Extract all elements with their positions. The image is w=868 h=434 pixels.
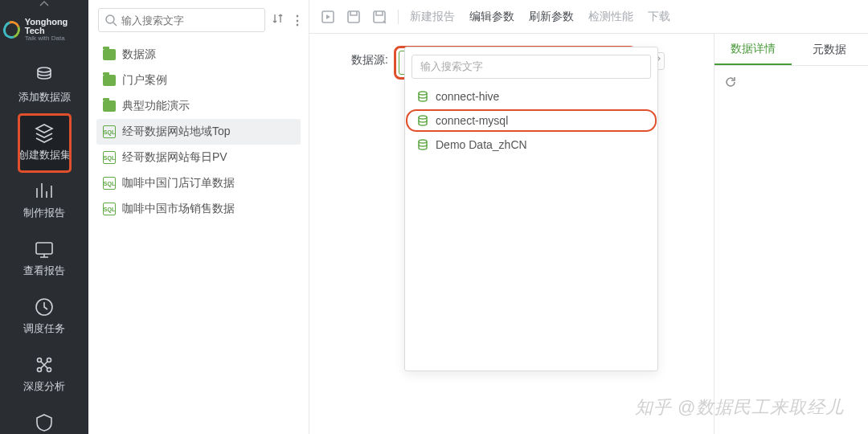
sql-icon: SQL <box>103 203 116 215</box>
sql-icon: SQL <box>103 177 116 190</box>
ds-option-2[interactable]: Demo Data_zhCN <box>405 133 657 157</box>
database-icon <box>416 138 429 151</box>
nav-icon-3 <box>33 238 55 260</box>
svg-point-4 <box>47 358 51 362</box>
search-icon <box>104 14 117 30</box>
tree-list: 数据源门户案例典型功能演示SQL经哥数据网站地域TopSQL经哥数据网站每日PV… <box>88 40 309 223</box>
nav-item-1[interactable]: 创建数据集 <box>18 114 71 172</box>
nav-item-5[interactable]: 深度分析 <box>18 346 71 403</box>
folder-icon <box>103 100 116 112</box>
nav-icon-0 <box>33 64 55 87</box>
tree-search-input[interactable] <box>98 8 265 32</box>
svg-rect-10 <box>374 11 385 23</box>
sql-icon: SQL <box>103 125 116 138</box>
svg-point-13 <box>419 140 427 143</box>
right-panel: 数据详情 元数据 <box>714 34 868 434</box>
tab-data-detail[interactable]: 数据详情 <box>714 34 792 65</box>
sql-icon: SQL <box>103 151 116 164</box>
folder-icon <box>103 49 116 60</box>
svg-point-5 <box>38 368 42 372</box>
tree-item-5[interactable]: SQL咖啡中国门店订单数据 <box>96 170 301 196</box>
separator <box>398 10 399 24</box>
svg-point-6 <box>47 368 51 372</box>
toolbar: 新建报告编辑参数刷新参数检测性能下载 <box>309 0 868 34</box>
toolbar-link-0[interactable]: 新建报告 <box>410 10 455 24</box>
toolbar-link-1[interactable]: 编辑参数 <box>469 10 514 24</box>
nav-item-0[interactable]: 添加数据源 <box>18 56 71 114</box>
tree-panel: ⋮ 数据源门户案例典型功能演示SQL经哥数据网站地域TopSQL经哥数据网站每日… <box>88 0 309 434</box>
toolbar-save-icon[interactable] <box>346 10 361 24</box>
nav-icon-1 <box>33 122 55 145</box>
nav-item-6[interactable]: 管理系统 <box>18 403 71 434</box>
datasource-dropdown: 输入搜索文字 connect-hiveconnect-mysqlDemo Dat… <box>404 47 658 371</box>
tree-item-4[interactable]: SQL经哥数据网站每日PV <box>96 145 301 170</box>
svg-point-12 <box>419 116 427 119</box>
toolbar-run-icon[interactable] <box>321 10 335 24</box>
nav-icon-4 <box>33 296 55 318</box>
nav-icon-2 <box>33 180 55 203</box>
folder-icon <box>103 75 116 86</box>
dropdown-search-input[interactable]: 输入搜索文字 <box>411 55 651 79</box>
svg-point-7 <box>106 15 114 23</box>
tab-metadata[interactable]: 元数据 <box>792 34 869 65</box>
database-icon <box>416 90 429 103</box>
ds-option-0[interactable]: connect-hive <box>405 84 657 108</box>
nav-item-4[interactable]: 调度任务 <box>18 288 71 346</box>
toolbar-link-3[interactable]: 检测性能 <box>588 10 633 24</box>
toolbar-link-4[interactable]: 下载 <box>648 10 670 24</box>
nav-item-3[interactable]: 查看报告 <box>18 230 71 288</box>
ds-option-1[interactable]: connect-mysql <box>405 108 657 133</box>
svg-rect-1 <box>36 243 52 254</box>
toolbar-link-2[interactable]: 刷新参数 <box>529 10 574 24</box>
tree-item-1[interactable]: 门户案例 <box>96 68 301 93</box>
nav-item-2[interactable]: 制作报告 <box>18 172 71 230</box>
nav-icon-6 <box>33 411 55 434</box>
tree-item-0[interactable]: 数据源 <box>96 42 301 68</box>
tree-item-3[interactable]: SQL经哥数据网站地域Top <box>96 119 301 145</box>
watermark: 知乎 @数据民工来取经儿 <box>635 395 844 420</box>
brand-name: Yonghong Tech <box>25 18 85 35</box>
main-area: 新建报告编辑参数刷新参数检测性能下载 数据源: 输入搜索文字 connect-h… <box>309 0 868 434</box>
svg-point-0 <box>38 68 51 72</box>
svg-point-3 <box>38 358 42 362</box>
svg-point-11 <box>419 92 427 95</box>
tree-item-2[interactable]: 典型功能演示 <box>96 93 301 119</box>
nav-icon-5 <box>33 354 55 376</box>
logo-icon <box>0 18 23 42</box>
toolbar-saveas-icon[interactable] <box>372 10 387 24</box>
datasource-label: 数据源: <box>351 48 388 68</box>
left-nav: Yonghong TechTalk with Data 添加数据源创建数据集制作… <box>0 0 88 434</box>
tree-item-6[interactable]: SQL咖啡中国市场销售数据 <box>96 196 301 222</box>
nav-collapse-icon[interactable] <box>0 0 88 8</box>
sort-icon[interactable] <box>272 12 285 28</box>
brand-logo: Yonghong TechTalk with Data <box>0 8 88 56</box>
brand-tag: Talk with Data <box>25 35 85 42</box>
database-icon <box>416 114 429 127</box>
more-icon[interactable]: ⋮ <box>291 13 304 28</box>
svg-rect-9 <box>348 11 359 23</box>
refresh-icon[interactable] <box>714 66 868 101</box>
